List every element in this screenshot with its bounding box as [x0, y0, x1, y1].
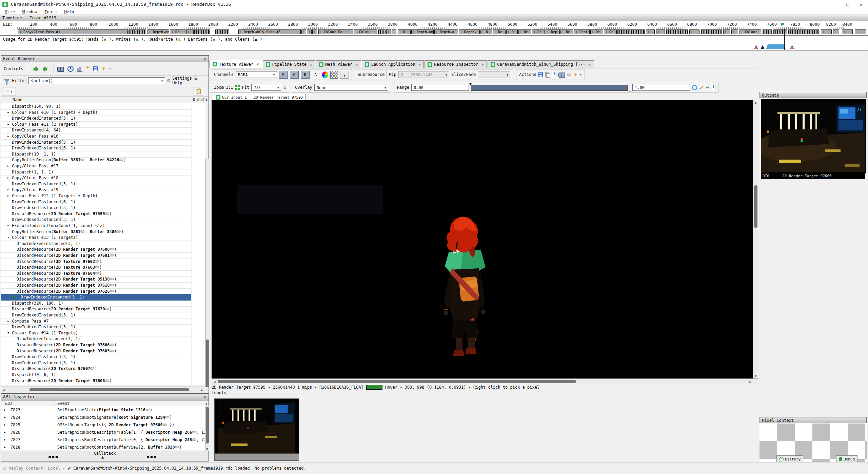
eid-column-header[interactable]: EID [4, 400, 12, 407]
pass-activity-barcode[interactable] [215, 29, 229, 34]
event-row[interactable]: ▾Colour Pass #14 (1 Targets) [1, 330, 191, 336]
event-row[interactable]: ▸Copy/Clear Pass #16 [1, 133, 191, 140]
close-icon[interactable]: ✕ [255, 62, 259, 66]
pass-segment[interactable]: + [186, 29, 194, 34]
blue-channel-button[interactable]: B [301, 71, 310, 79]
pass-segment[interactable]: + De··· [170, 29, 185, 34]
event-row[interactable]: Dispatch(10, 6, 1) [1, 372, 191, 378]
event-row[interactable]: ▸Copy/Clear Pass #17 [1, 163, 191, 169]
scroll-up-icon[interactable]: ▲ [754, 101, 757, 104]
current-eid-flag-icon[interactable]: ⚑ [781, 21, 784, 27]
event-row[interactable]: DiscardResource(2D Render Target 97608) [1, 378, 191, 384]
pass-activity-barcode[interactable] [701, 29, 722, 34]
hscroll-handle[interactable] [218, 380, 576, 383]
event-row[interactable]: DiscardResource(2D Render Target 95130) [1, 276, 191, 283]
event-row[interactable]: DiscardResource(2D Render Target 97610) [1, 282, 191, 289]
texture-display[interactable] [212, 100, 758, 378]
chevron-right-icon[interactable]: ▸ [7, 223, 9, 229]
pass-activity-barcode[interactable] [194, 29, 210, 34]
chevron-right-icon[interactable]: ▸ [4, 414, 6, 421]
usage-marker-triangle[interactable]: ▲ [761, 43, 764, 50]
api-call-list[interactable]: ▸7823SetPipelineState(Pipeline State 131… [1, 406, 205, 451]
api-list-vscrollbar[interactable]: ▼ [205, 406, 209, 451]
statistics-icon[interactable] [77, 66, 82, 72]
pass-activity-barcode[interactable] [763, 29, 772, 34]
scroll-left-icon[interactable]: ◀ [213, 380, 216, 384]
vscroll-handle[interactable] [206, 407, 209, 444]
pass-segment[interactable]: + Depth-on··· [147, 29, 169, 34]
close-icon[interactable]: ✕ [354, 62, 358, 67]
alpha-channel-button[interactable]: A [312, 71, 320, 78]
chevron-right-icon[interactable]: ▸ [7, 121, 9, 127]
filter-input[interactable]: $action() [28, 77, 165, 84]
green-channel-button[interactable]: G [290, 71, 299, 79]
texture-vscrollbar[interactable]: ▲ ▼ [753, 100, 758, 378]
range-min-input[interactable]: 0.00 [411, 84, 469, 91]
event-row[interactable]: DiscardResource(2D Render Target 97601) [1, 252, 191, 259]
pass-segment[interactable]: + De··· [590, 29, 603, 34]
pass-segment[interactable]: + Dept··· [574, 29, 590, 34]
tab-caravansandwitch-win64-shipping[interactable]: CaravanSandWitch_Win64_Shipping [···✕ [488, 60, 594, 68]
custom-actions-icon[interactable] [574, 73, 578, 77]
link-icon[interactable] [567, 73, 572, 76]
event-row[interactable]: ▸Colour Pass #10 (1 Targets + Depth) [1, 109, 191, 116]
pass-segment[interactable]: + Copy/Clear Pass #1 [18, 29, 128, 34]
autofit-magnifier-icon[interactable] [692, 85, 697, 90]
close-icon[interactable]: ✕ [204, 394, 206, 400]
pixel-history-button[interactable]: History [776, 455, 803, 463]
timeline-current-cursor[interactable] [784, 29, 785, 50]
range-edit-icon[interactable] [699, 85, 704, 89]
event-row[interactable]: Dispatch(1, 1, 1) [1, 169, 191, 176]
pass-segment[interactable]: + De··· [493, 29, 506, 34]
pass-segment[interactable]: + [307, 29, 312, 34]
red-channel-button[interactable]: R [279, 71, 288, 79]
event-row[interactable]: DiscardResource(2D Texture 97603) [1, 264, 191, 271]
event-row[interactable]: DiscardResource(2D Render Target 97630) [1, 306, 191, 312]
range-slider-bar[interactable] [471, 85, 628, 91]
api-call-row[interactable]: ▸7825OMSetRenderTargets({ 2D Render Targ… [1, 421, 205, 429]
event-row[interactable]: DiscardResource(2D Render Target 97626) [1, 288, 191, 295]
close-icon[interactable]: ✕ [309, 62, 312, 67]
scroll-up-icon[interactable]: ▲ [204, 97, 209, 103]
event-row[interactable]: ▸Copy/Clear Pass #19 [1, 187, 191, 193]
pass-segment[interactable]: + De··· [560, 29, 573, 34]
scroll-right-icon[interactable]: ▶ [749, 380, 752, 384]
event-row[interactable]: CopyBufferRegion(Buffer 3861, Buffer 942… [1, 157, 191, 163]
usage-write-marker[interactable] [766, 44, 786, 49]
overlay-select[interactable]: None [314, 84, 388, 91]
pass-activity-barcode[interactable] [773, 29, 787, 34]
event-row[interactable]: DrawIndexedInstanced(3, 1) [1, 139, 191, 146]
pass-segment[interactable]: + [842, 29, 853, 34]
zoom-select[interactable]: 77% [251, 84, 281, 91]
pass-segment[interactable]: + [312, 29, 317, 34]
pass-activity-barcode[interactable] [378, 29, 386, 34]
menu-item-window[interactable]: Window [19, 9, 41, 15]
one-to-one-button[interactable]: 1:1 [226, 85, 233, 90]
event-row[interactable]: DiscardResource(2D Render Target 97599) [1, 211, 191, 217]
chevron-right-icon[interactable]: ▸ [4, 444, 6, 451]
pass-activity-barcode[interactable] [129, 29, 146, 34]
pass-segment[interactable]: + Colou··· [354, 29, 377, 34]
pass-segment[interactable]: + D··· [398, 29, 411, 34]
pass-segment[interactable]: + [386, 29, 391, 34]
event-row[interactable]: CopyBufferRegion(Buffer 3861, Buffer 348… [1, 229, 191, 235]
chevron-down-icon[interactable]: ▾ [7, 330, 9, 336]
chevron-down-icon[interactable]: ▾ [7, 234, 9, 241]
pass-segment[interactable]: + [731, 29, 738, 34]
scroll-down-icon[interactable]: ▼ [205, 447, 209, 451]
range-white-point-handle[interactable]: ▲ [629, 89, 631, 94]
event-row[interactable]: DrawIndexedInstanced(3, 1) [1, 241, 191, 247]
event-row[interactable]: DiscardResource(2D Texture 97607) [1, 366, 191, 372]
alpha-checkerboard-button[interactable] [330, 71, 338, 79]
timeline-ruler[interactable]: EID: 20040060080010001200140016001800200… [0, 21, 868, 29]
pass-segment[interactable]: + [855, 29, 866, 34]
options-icon[interactable] [101, 67, 105, 71]
output-thumbnail-label[interactable]: RT0 2D Render Target 97600 [761, 173, 865, 179]
close-icon[interactable]: ✕ [480, 62, 484, 67]
step-forward-icon[interactable] [42, 66, 50, 71]
usage-marker-triangle[interactable]: ▲ [790, 43, 794, 50]
event-list[interactable]: Dispatch(160, 90, 1)▸Colour Pass #10 (1 … [1, 103, 205, 385]
vscroll-handle[interactable] [754, 185, 757, 228]
pass-segment[interactable]: + Depth-only Pass #5 [238, 29, 301, 34]
event-row[interactable]: DrawIndexedInstanced(3, 1) [1, 384, 191, 385]
